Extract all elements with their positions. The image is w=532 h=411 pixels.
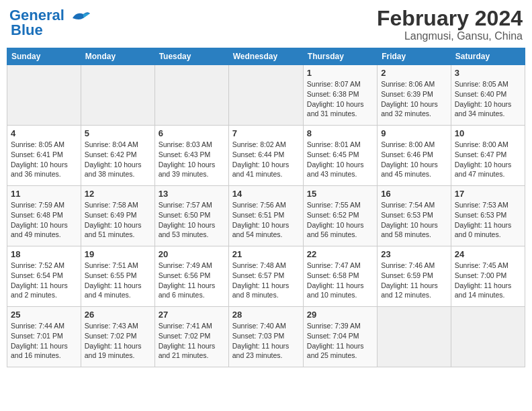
day-info: Sunrise: 7:49 AMSunset: 6:56 PMDaylight:… bbox=[159, 261, 225, 300]
day-info: Sunrise: 7:41 AMSunset: 7:02 PMDaylight:… bbox=[159, 321, 225, 361]
weekday-header-monday: Monday bbox=[81, 48, 154, 65]
day-number: 27 bbox=[159, 310, 225, 320]
weekday-header-sunday: Sunday bbox=[7, 48, 81, 65]
day-number: 8 bbox=[307, 128, 373, 138]
day-info: Sunrise: 8:05 AMSunset: 6:40 PMDaylight:… bbox=[455, 79, 521, 119]
calendar-cell: 27Sunrise: 7:41 AMSunset: 7:02 PMDayligh… bbox=[154, 307, 228, 367]
day-info: Sunrise: 8:04 AMSunset: 6:42 PMDaylight:… bbox=[85, 140, 151, 179]
calendar-cell: 13Sunrise: 7:57 AMSunset: 6:50 PMDayligh… bbox=[154, 186, 228, 246]
day-number: 9 bbox=[381, 128, 447, 138]
calendar-cell: 18Sunrise: 7:52 AMSunset: 6:54 PMDayligh… bbox=[7, 246, 81, 307]
day-info: Sunrise: 7:56 AMSunset: 6:51 PMDaylight:… bbox=[232, 200, 300, 240]
page-subtitle: Langmusi, Gansu, China bbox=[377, 30, 523, 42]
calendar-cell: 17Sunrise: 7:53 AMSunset: 6:53 PMDayligh… bbox=[451, 186, 525, 246]
logo-bird-icon bbox=[70, 9, 91, 24]
logo-blue-text: Blue bbox=[11, 21, 43, 39]
calendar-cell bbox=[7, 65, 81, 126]
day-info: Sunrise: 7:55 AMSunset: 6:52 PMDaylight:… bbox=[307, 200, 373, 240]
calendar-cell bbox=[378, 307, 451, 367]
day-number: 29 bbox=[307, 310, 373, 320]
day-number: 28 bbox=[232, 310, 300, 320]
weekday-header-friday: Friday bbox=[378, 48, 451, 65]
day-number: 22 bbox=[307, 249, 373, 259]
calendar-table: SundayMondayTuesdayWednesdayThursdayFrid… bbox=[7, 48, 525, 367]
day-info: Sunrise: 7:54 AMSunset: 6:53 PMDaylight:… bbox=[381, 200, 447, 240]
day-number: 16 bbox=[381, 189, 447, 199]
day-info: Sunrise: 7:58 AMSunset: 6:49 PMDaylight:… bbox=[85, 200, 151, 240]
day-info: Sunrise: 7:59 AMSunset: 6:48 PMDaylight:… bbox=[11, 200, 77, 240]
day-number: 17 bbox=[455, 189, 521, 199]
day-info: Sunrise: 8:06 AMSunset: 6:39 PMDaylight:… bbox=[381, 79, 447, 119]
day-info: Sunrise: 7:53 AMSunset: 6:53 PMDaylight:… bbox=[455, 200, 521, 240]
title-block: February 2024 Langmusi, Gansu, China bbox=[377, 7, 523, 42]
calendar-cell: 26Sunrise: 7:43 AMSunset: 7:02 PMDayligh… bbox=[81, 307, 154, 367]
day-number: 20 bbox=[159, 249, 225, 259]
calendar-cell: 5Sunrise: 8:04 AMSunset: 6:42 PMDaylight… bbox=[81, 126, 154, 186]
day-info: Sunrise: 7:45 AMSunset: 7:00 PMDaylight:… bbox=[455, 261, 521, 300]
day-number: 6 bbox=[159, 128, 225, 138]
day-number: 25 bbox=[11, 310, 77, 320]
calendar-cell: 22Sunrise: 7:47 AMSunset: 6:58 PMDayligh… bbox=[303, 246, 377, 307]
day-info: Sunrise: 7:43 AMSunset: 7:02 PMDaylight:… bbox=[85, 321, 151, 361]
calendar-header: SundayMondayTuesdayWednesdayThursdayFrid… bbox=[7, 48, 525, 65]
day-number: 5 bbox=[85, 128, 151, 138]
day-info: Sunrise: 8:01 AMSunset: 6:45 PMDaylight:… bbox=[307, 140, 373, 179]
weekday-header-tuesday: Tuesday bbox=[154, 48, 228, 65]
calendar-cell: 25Sunrise: 7:44 AMSunset: 7:01 PMDayligh… bbox=[7, 307, 81, 367]
calendar-cell: 7Sunrise: 8:02 AMSunset: 6:44 PMDaylight… bbox=[228, 126, 303, 186]
day-info: Sunrise: 7:52 AMSunset: 6:54 PMDaylight:… bbox=[11, 261, 77, 300]
day-number: 4 bbox=[11, 128, 77, 138]
day-info: Sunrise: 8:00 AMSunset: 6:47 PMDaylight:… bbox=[455, 140, 521, 179]
calendar-cell: 24Sunrise: 7:45 AMSunset: 7:00 PMDayligh… bbox=[451, 246, 525, 307]
day-info: Sunrise: 8:00 AMSunset: 6:46 PMDaylight:… bbox=[381, 140, 447, 179]
day-info: Sunrise: 8:02 AMSunset: 6:44 PMDaylight:… bbox=[232, 140, 300, 179]
day-number: 15 bbox=[307, 189, 373, 199]
day-number: 19 bbox=[85, 249, 151, 259]
weekday-header-wednesday: Wednesday bbox=[228, 48, 303, 65]
calendar-cell: 9Sunrise: 8:00 AMSunset: 6:46 PMDaylight… bbox=[378, 126, 451, 186]
calendar-cell: 16Sunrise: 7:54 AMSunset: 6:53 PMDayligh… bbox=[378, 186, 451, 246]
day-info: Sunrise: 7:48 AMSunset: 6:57 PMDaylight:… bbox=[232, 261, 300, 300]
day-number: 7 bbox=[232, 128, 300, 138]
day-number: 23 bbox=[381, 249, 447, 259]
day-number: 24 bbox=[455, 249, 521, 259]
calendar-cell: 23Sunrise: 7:46 AMSunset: 6:59 PMDayligh… bbox=[378, 246, 451, 307]
day-number: 21 bbox=[232, 249, 300, 259]
day-info: Sunrise: 7:44 AMSunset: 7:01 PMDaylight:… bbox=[11, 321, 77, 361]
calendar-cell: 6Sunrise: 8:03 AMSunset: 6:43 PMDaylight… bbox=[154, 126, 228, 186]
day-number: 1 bbox=[307, 68, 373, 78]
calendar-cell: 15Sunrise: 7:55 AMSunset: 6:52 PMDayligh… bbox=[303, 186, 377, 246]
calendar-cell: 10Sunrise: 8:00 AMSunset: 6:47 PMDayligh… bbox=[451, 126, 525, 186]
logo: General Blue bbox=[9, 7, 91, 39]
day-number: 11 bbox=[11, 189, 77, 199]
day-info: Sunrise: 7:39 AMSunset: 7:04 PMDaylight:… bbox=[307, 321, 373, 361]
page-title: February 2024 bbox=[377, 7, 523, 30]
day-info: Sunrise: 7:57 AMSunset: 6:50 PMDaylight:… bbox=[159, 200, 225, 240]
calendar-cell: 4Sunrise: 8:05 AMSunset: 6:41 PMDaylight… bbox=[7, 126, 81, 186]
day-number: 10 bbox=[455, 128, 521, 138]
day-info: Sunrise: 7:51 AMSunset: 6:55 PMDaylight:… bbox=[85, 261, 151, 300]
calendar-cell: 14Sunrise: 7:56 AMSunset: 6:51 PMDayligh… bbox=[228, 186, 303, 246]
calendar-cell: 2Sunrise: 8:06 AMSunset: 6:39 PMDaylight… bbox=[378, 65, 451, 126]
day-number: 12 bbox=[85, 189, 151, 199]
day-number: 26 bbox=[85, 310, 151, 320]
page-header: General Blue February 2024 Langmusi, Gan… bbox=[7, 7, 525, 42]
calendar-cell bbox=[81, 65, 154, 126]
calendar-cell bbox=[228, 65, 303, 126]
day-number: 18 bbox=[11, 249, 77, 259]
weekday-header-thursday: Thursday bbox=[303, 48, 377, 65]
calendar-cell: 12Sunrise: 7:58 AMSunset: 6:49 PMDayligh… bbox=[81, 186, 154, 246]
calendar-cell: 11Sunrise: 7:59 AMSunset: 6:48 PMDayligh… bbox=[7, 186, 81, 246]
calendar-cell: 3Sunrise: 8:05 AMSunset: 6:40 PMDaylight… bbox=[451, 65, 525, 126]
calendar-cell: 19Sunrise: 7:51 AMSunset: 6:55 PMDayligh… bbox=[81, 246, 154, 307]
day-number: 13 bbox=[159, 189, 225, 199]
day-number: 3 bbox=[455, 68, 521, 78]
day-info: Sunrise: 8:03 AMSunset: 6:43 PMDaylight:… bbox=[159, 140, 225, 179]
calendar-cell: 21Sunrise: 7:48 AMSunset: 6:57 PMDayligh… bbox=[228, 246, 303, 307]
calendar-cell: 28Sunrise: 7:40 AMSunset: 7:03 PMDayligh… bbox=[228, 307, 303, 367]
calendar-cell bbox=[451, 307, 525, 367]
day-info: Sunrise: 7:47 AMSunset: 6:58 PMDaylight:… bbox=[307, 261, 373, 300]
weekday-header-saturday: Saturday bbox=[451, 48, 525, 65]
day-number: 14 bbox=[232, 189, 300, 199]
day-info: Sunrise: 8:05 AMSunset: 6:41 PMDaylight:… bbox=[11, 140, 77, 179]
